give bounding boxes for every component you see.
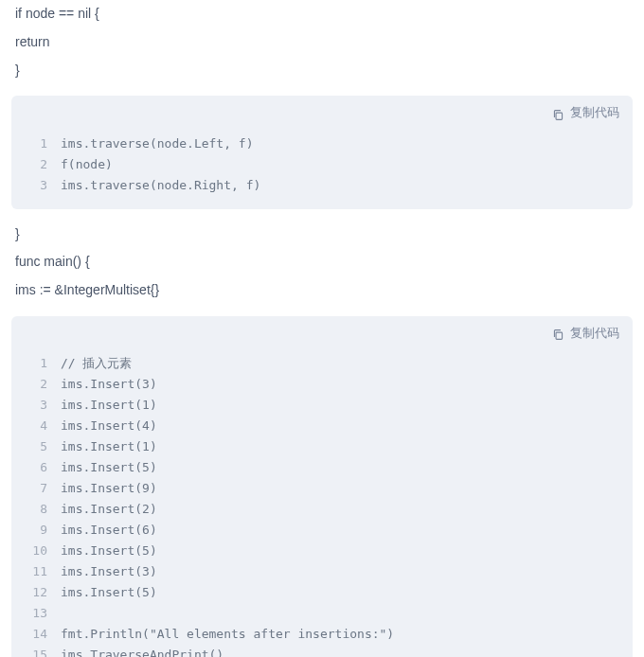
line-content: ims.Insert(5)	[47, 582, 157, 603]
line-content: fmt.Println("All elements after insertio…	[47, 624, 394, 645]
code-block-body: 1// 插入元素2ims.Insert(3)3ims.Insert(1)4ims…	[11, 347, 633, 657]
line-content: ims.Insert(4)	[47, 416, 157, 436]
plain-code-line: func main() {	[15, 248, 629, 276]
plain-code-line: }	[15, 57, 629, 85]
line-content: ims.Insert(1)	[47, 395, 157, 416]
line-content: ims.Insert(5)	[47, 541, 157, 561]
code-block-body: 1ims.traverse(node.Left, f)2f(node)3ims.…	[11, 128, 633, 209]
line-number: 14	[27, 624, 47, 645]
line-number: 4	[27, 416, 47, 436]
copy-code-label: 复制代码	[570, 103, 619, 123]
line-number: 10	[27, 541, 47, 561]
copy-code-label: 复制代码	[570, 324, 619, 344]
line-content: ims.Insert(3)	[47, 374, 157, 395]
line-content: ims.traverse(node.Right, f)	[47, 175, 260, 196]
code-line: 5ims.Insert(1)	[11, 436, 633, 457]
copy-code-button[interactable]: 复制代码	[552, 103, 619, 123]
copy-code-button[interactable]: 复制代码	[552, 324, 619, 344]
code-block-header: 复制代码	[11, 96, 633, 127]
line-number: 13	[27, 603, 47, 624]
line-content: ims.Insert(1)	[47, 436, 157, 457]
code-line: 10ims.Insert(5)	[11, 541, 633, 561]
code-line: 3ims.Insert(1)	[11, 395, 633, 416]
line-content: // 插入元素	[47, 353, 132, 374]
code-line: 12ims.Insert(5)	[11, 582, 633, 603]
line-number: 6	[27, 457, 47, 478]
code-line: 8ims.Insert(2)	[11, 499, 633, 520]
line-number: 1	[27, 353, 47, 374]
line-content: f(node)	[47, 154, 113, 175]
svg-rect-1	[556, 332, 563, 339]
code-line: 13	[11, 603, 633, 624]
line-content: ims.Insert(6)	[47, 520, 157, 541]
code-line: 4ims.Insert(4)	[11, 416, 633, 436]
plain-code-line: if node == nil {	[15, 0, 629, 28]
line-number: 7	[27, 478, 47, 499]
line-content: ims.traverse(node.Left, f)	[47, 133, 254, 154]
line-number: 5	[27, 436, 47, 457]
line-number: 15	[27, 645, 47, 657]
code-block-2: 复制代码 1// 插入元素2ims.Insert(3)3ims.Insert(1…	[11, 316, 633, 657]
line-number: 8	[27, 499, 47, 520]
line-content: ims.Insert(9)	[47, 478, 157, 499]
line-content: ims.TraverseAndPrint()	[47, 645, 224, 657]
code-line: 14fmt.Println("All elements after insert…	[11, 624, 633, 645]
code-line: 2f(node)	[11, 154, 633, 175]
plain-code-section-2: } func main() { ims := &IntegerMultiset{…	[0, 221, 644, 305]
line-number: 2	[27, 154, 47, 175]
code-line: 2ims.Insert(3)	[11, 374, 633, 395]
code-line: 6ims.Insert(5)	[11, 457, 633, 478]
plain-code-section-1: if node == nil { return }	[0, 0, 644, 84]
svg-rect-0	[556, 113, 563, 119]
code-line: 11ims.Insert(3)	[11, 561, 633, 582]
line-content	[47, 603, 61, 624]
copy-icon	[552, 108, 564, 120]
code-line: 15ims.TraverseAndPrint()	[11, 645, 633, 657]
line-content: ims.Insert(2)	[47, 499, 157, 520]
code-line: 1ims.traverse(node.Left, f)	[11, 133, 633, 154]
code-block-1: 复制代码 1ims.traverse(node.Left, f)2f(node)…	[11, 96, 633, 208]
line-number: 3	[27, 175, 47, 196]
line-number: 12	[27, 582, 47, 603]
line-number: 1	[27, 133, 47, 154]
plain-code-line: }	[15, 221, 629, 249]
plain-code-line: ims := &IntegerMultiset{}	[15, 276, 629, 305]
line-number: 9	[27, 520, 47, 541]
copy-icon	[552, 328, 564, 340]
code-line: 3ims.traverse(node.Right, f)	[11, 175, 633, 196]
code-line: 9ims.Insert(6)	[11, 520, 633, 541]
line-number: 3	[27, 395, 47, 416]
plain-code-line: return	[15, 28, 629, 57]
code-line: 7ims.Insert(9)	[11, 478, 633, 499]
line-content: ims.Insert(5)	[47, 457, 157, 478]
line-number: 11	[27, 561, 47, 582]
line-content: ims.Insert(3)	[47, 561, 157, 582]
code-block-header: 复制代码	[11, 316, 633, 347]
line-number: 2	[27, 374, 47, 395]
code-line: 1// 插入元素	[11, 353, 633, 374]
